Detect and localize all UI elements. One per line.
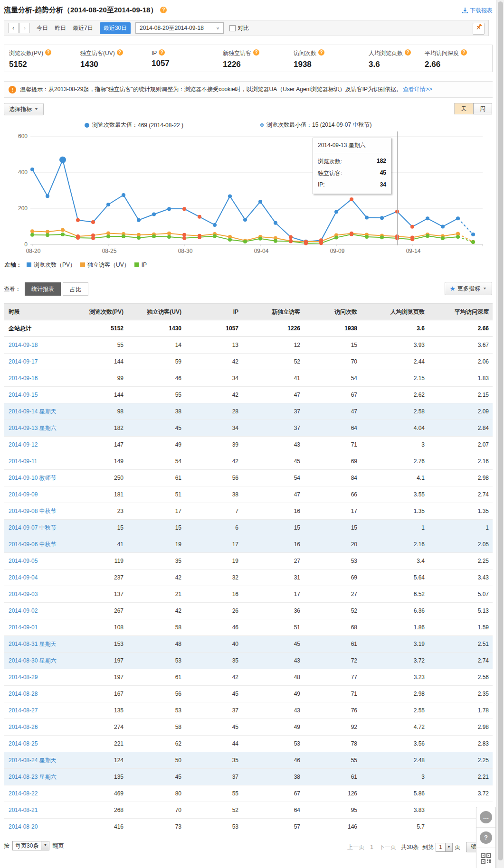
ip-point[interactable] [426,234,429,238]
uv-point[interactable] [30,229,34,233]
pv-point[interactable] [350,197,353,201]
pv-point[interactable] [426,216,429,220]
pv-point[interactable] [106,203,110,206]
page-scrollbar[interactable] [496,0,504,868]
qrcode-button[interactable] [476,848,495,868]
date-link[interactable]: 2014-09-15 [9,392,38,398]
date-range-select[interactable]: 2014-08-20至2014-09-18 ∨ [135,22,224,34]
date-link[interactable]: 2014-09-16 [9,375,38,382]
ip-point[interactable] [410,237,414,241]
ip-point[interactable] [380,235,384,239]
ip-point[interactable] [228,238,232,242]
ip-point[interactable] [334,236,338,240]
ip-point[interactable] [243,240,247,243]
ip-point[interactable] [304,242,308,245]
date-link[interactable]: 2014-08-31 星期天 [9,641,57,647]
date-link[interactable]: 2014-09-02 [9,607,38,614]
goto-page-select[interactable]: 1 ▼ [436,843,453,852]
pv-point[interactable] [137,218,141,222]
uv-point[interactable] [61,228,65,232]
ip-point[interactable] [182,236,186,240]
pv-point[interactable] [380,216,384,220]
pv-point[interactable] [471,233,475,236]
ip-point[interactable] [441,236,445,240]
ip-point[interactable] [46,233,49,237]
help-icon[interactable]: ? [160,7,167,13]
pv-point[interactable] [243,218,247,222]
compare-checkbox[interactable] [229,25,236,31]
date-link[interactable]: 2014-09-09 [9,491,38,498]
pv-point[interactable] [289,235,293,239]
date-link[interactable]: 2014-09-18 [9,342,38,348]
uv-point[interactable] [46,230,49,233]
date-link[interactable]: 2014-09-01 [9,624,38,631]
ip-point[interactable] [167,235,171,239]
date-link[interactable]: 2014-08-21 [9,807,38,813]
help-icon[interactable]: ? [159,49,165,56]
help-icon[interactable]: ? [253,49,259,56]
pv-point[interactable] [365,215,369,219]
uv-point[interactable] [167,232,171,235]
date-link[interactable]: 2014-09-08 中秋节 [9,508,57,514]
ip-point[interactable] [213,234,217,238]
pv-point[interactable] [167,207,171,211]
next-page-button[interactable]: 下一页 [379,843,396,851]
date-link[interactable]: 2014-09-10 教师节 [9,475,57,481]
date-link[interactable]: 2014-09-17 [9,358,38,365]
tab-proportion[interactable]: 占比 [63,282,88,296]
pv-point[interactable] [30,168,34,171]
help-icon[interactable]: ? [405,49,411,56]
ip-point[interactable] [258,237,262,241]
plot-area[interactable]: 020040060008-2008-2508-3009-0409-0909-14… [4,131,493,257]
range-today[interactable]: 今日 [37,24,48,32]
pv-point[interactable] [441,224,445,228]
prev-period-button[interactable]: ‹ [8,23,19,33]
pv-point[interactable] [410,225,414,229]
pv-point[interactable] [152,213,156,216]
pv-point[interactable] [122,193,125,197]
pv-point[interactable] [46,194,49,198]
pin-button[interactable] [473,23,485,35]
pv-point[interactable] [91,220,95,224]
uv-point[interactable] [182,233,186,237]
ip-point[interactable] [319,241,323,245]
ip-point[interactable] [198,235,201,239]
date-link[interactable]: 2014-09-03 [9,591,38,597]
date-link[interactable]: 2014-08-29 [9,674,38,681]
date-link[interactable]: 2014-08-26 [9,724,38,730]
help-icon[interactable]: ? [461,49,467,56]
date-link[interactable]: 2014-08-27 [9,707,38,714]
help-icon[interactable]: ? [318,49,324,56]
help-icon[interactable]: ? [117,49,123,56]
uv-point[interactable] [106,231,110,235]
pv-point[interactable] [334,210,338,214]
more-metrics-button[interactable]: ★ 更多指标 ▼ [445,282,492,295]
scrollbar-thumb[interactable] [498,1,503,860]
view-details-link[interactable]: 查看详情>> [403,85,432,93]
ip-point[interactable] [456,235,460,239]
range-yesterday[interactable]: 昨日 [55,24,66,32]
date-link[interactable]: 2014-09-14 星期天 [9,408,57,415]
ip-point[interactable] [30,233,34,237]
range-last7[interactable]: 最近7日 [73,24,93,32]
range-last30[interactable]: 最近30日 [100,22,131,34]
help-icon[interactable]: ? [45,49,51,56]
date-link[interactable]: 2014-09-06 中秋节 [9,541,57,548]
pv-point[interactable] [182,207,186,211]
feedback-help-button[interactable]: ? [476,828,495,848]
date-link[interactable]: 2014-09-05 [9,558,38,564]
pv-point[interactable] [213,223,217,227]
pv-point[interactable] [456,216,460,220]
date-link[interactable]: 2014-08-30 星期六 [9,657,57,664]
ip-point[interactable] [350,233,353,236]
date-link[interactable]: 2014-09-11 [9,458,38,465]
date-link[interactable]: 2014-09-13 星期六 [9,425,57,431]
date-link[interactable]: 2014-08-22 [9,790,38,797]
ip-point[interactable] [137,236,141,240]
pv-max-point[interactable] [59,157,66,163]
next-period-button[interactable]: › [19,23,30,33]
download-report-link[interactable]: 下载报表 [462,7,493,15]
tab-statistics-report[interactable]: 统计报表 [25,282,61,296]
ip-point[interactable] [152,234,156,238]
ip-point[interactable] [91,236,95,240]
